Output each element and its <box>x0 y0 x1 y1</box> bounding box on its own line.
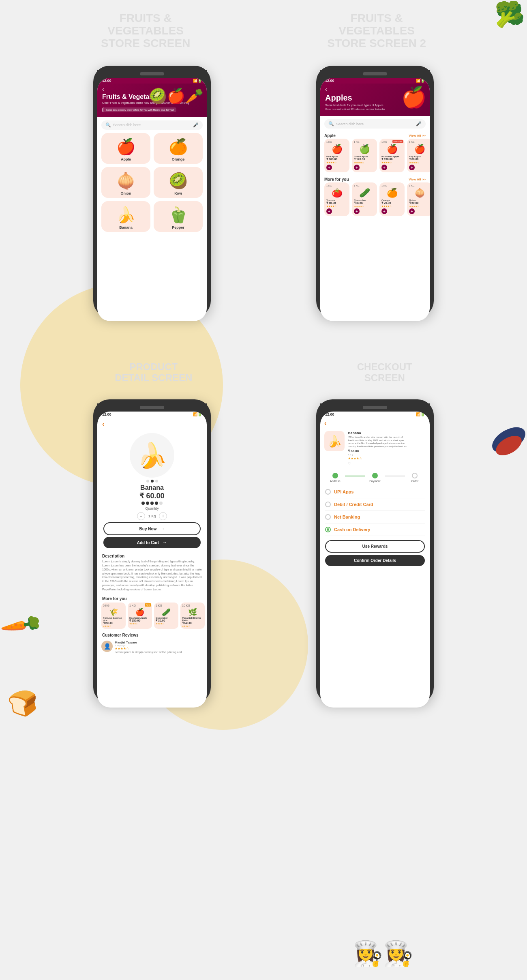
pcm-heart-icon[interactable]: ♡ <box>348 461 413 466</box>
add-kashmiri-apple[interactable]: + <box>381 165 387 170</box>
search-bar-1[interactable]: 🔍 Search dish here 🎤 <box>101 120 203 130</box>
category-banana[interactable]: 🍌 Banana <box>101 201 150 232</box>
description-section: Description Lorem ipsum is simply dummy … <box>97 551 207 594</box>
status-time-2: 12.00 <box>325 79 334 83</box>
search-icon-1: 🔍 <box>105 122 111 128</box>
sc-basmati[interactable]: 5 KG 🌾 Fortune Basmati rice ₹850.00 ★★★★… <box>101 603 126 629</box>
progress-circle-payment <box>372 473 378 478</box>
rd2 <box>146 502 149 505</box>
sc-cucumber[interactable]: 1 KG 🥒 Cucumber ₹ 30.00 ★★★★☆ <box>154 603 178 629</box>
apple-emoji: 🍎 <box>116 138 135 156</box>
category-onion[interactable]: 🧅 Onion <box>101 167 150 198</box>
radio-netbanking[interactable] <box>325 514 331 520</box>
radio-debit[interactable] <box>325 502 331 507</box>
product-price-3: ₹ 60.00 <box>97 491 207 500</box>
product-orange[interactable]: 1 KG 🍊 Orange ₹ 70.00 ★★★★☆ + <box>379 182 405 216</box>
progress-label-payment: Payment <box>369 480 381 482</box>
status-icons-2: 📶🔋 <box>416 79 425 83</box>
add-orange[interactable]: + <box>381 208 387 214</box>
status-time-4: 12.00 <box>325 412 334 416</box>
progress-circle-order <box>412 473 418 478</box>
payment-cod[interactable]: Cash on Delivery <box>325 523 425 536</box>
add-onion[interactable]: + <box>409 208 415 214</box>
new-badge: New <box>145 603 151 607</box>
more-products-3: 5 KG 🌾 Fortune Basmati rice ₹850.00 ★★★★… <box>97 603 207 631</box>
add-cart-arrow: → <box>162 540 167 545</box>
cod-label: Cash on Delivery <box>334 527 370 532</box>
phone3-frame: 12.00 📶🔋 ‹ 🍌 Banana ₹ 60.00 <box>93 399 211 703</box>
section1-right-title: FRUITS &VEGETABLESSTORE SCREEN 2 <box>327 12 426 49</box>
use-rewards-button[interactable]: Use Rewards <box>325 540 425 553</box>
payment-options-list: UPI Apps Debit / Credit Card Net Banking… <box>320 486 430 536</box>
category-apple[interactable]: 🍎 Apple <box>101 133 150 164</box>
payment-upi[interactable]: UPI Apps <box>325 486 425 498</box>
mic-icon-2[interactable]: 🎤 <box>416 121 422 127</box>
best-sale-badge: Best Sale <box>392 140 403 143</box>
apple-products-row: 1 KG 🍎 Red Apple ₹ 100.00 ★★★★☆ + 1 KG 🍏… <box>320 139 430 176</box>
phone1-offer-badge: Some best grocery order offers for you w… <box>102 107 176 112</box>
product-fuji-apple[interactable]: 1 KG 🍎 Fuji Apple ₹ 80.00 ★★★★☆ + <box>407 139 430 172</box>
buy-now-label: Buy Now <box>139 527 157 531</box>
progress-bar: Address Payment Order <box>320 470 430 486</box>
qty-value: 1 Kg <box>148 514 156 518</box>
dot-1[interactable] <box>146 480 149 482</box>
more-view-all[interactable]: View All >> <box>409 178 426 181</box>
dot-2[interactable] <box>151 480 154 482</box>
category-kiwi[interactable]: 🥝 Kiwi <box>154 167 203 198</box>
qty-plus[interactable]: + <box>159 512 167 520</box>
more-products-row: 1 KG 🍅 Tomato ₹ 40.00 ★★★★☆ + 1 KG 🥒 Cuc… <box>320 182 430 219</box>
category-pepper[interactable]: 🫑 Pepper <box>154 201 203 232</box>
pcm-weight: 8.5 g <box>348 453 413 457</box>
product-kashmiri-apple[interactable]: Best Sale 1 KG 🍎 Kashmiri Apple ₹ 150.00… <box>379 139 405 172</box>
add-cucumber[interactable]: + <box>354 208 360 214</box>
characters-illustration: 👩‍🍳👩‍🍳 <box>353 939 413 968</box>
apple-view-all[interactable]: View All >> <box>409 134 426 137</box>
product-image-area: 🍌 <box>97 431 207 480</box>
rd1 <box>141 502 145 505</box>
back-button-3[interactable]: ‹ <box>97 417 207 431</box>
back-button-4[interactable]: ‹ <box>320 417 430 429</box>
dot-3[interactable] <box>155 480 158 482</box>
product-image-circle: 🍌 <box>130 433 174 478</box>
search-placeholder-2: Search dish here <box>336 122 364 126</box>
quantity-label: Quantity <box>145 506 159 510</box>
add-red-apple[interactable]: + <box>326 165 332 170</box>
review-item-1: 👤 Manjiri Taware 5 day ago ★★★★☆ Lorem i… <box>97 639 207 656</box>
pepper-label: Pepper <box>172 225 184 229</box>
mic-icon-1[interactable]: 🎤 <box>193 122 199 128</box>
category-orange[interactable]: 🍊 Orange <box>154 133 203 164</box>
qty-minus[interactable]: − <box>137 512 145 520</box>
buy-now-button[interactable]: Buy Now → <box>103 522 201 535</box>
product-rating-3 <box>97 502 207 505</box>
netbanking-label: Net Banking <box>334 515 360 519</box>
pcm-info: Banana ITC entered branded atta market w… <box>348 431 413 466</box>
product-cucumber[interactable]: 1 KG 🥒 Cucumber ₹ 30.00 ★★★★☆ + <box>352 182 377 216</box>
payment-netbanking[interactable]: Net Banking <box>325 511 425 523</box>
sc-kashmiri[interactable]: New 1 KG 🍎 Kashmiri Apple ₹ 150.00 ★★★★☆ <box>128 603 152 629</box>
buy-now-arrow: → <box>160 526 165 532</box>
product-onion2[interactable]: 1 KG 🧅 Onion ₹ 50.00 ★★★★☆ + <box>407 182 430 216</box>
phone1-frame: 12.00 📶🔋 ‹ Fruits & Vegetables Order Fru… <box>93 66 211 317</box>
radio-upi[interactable] <box>325 489 331 495</box>
add-fuji-apple[interactable]: + <box>409 165 415 170</box>
product-tomato[interactable]: 1 KG 🍅 Tomato ₹ 40.00 ★★★★☆ + <box>324 182 349 216</box>
status-time-3: 12.00 <box>102 412 111 416</box>
sc-pattu[interactable]: 10 KG 🌿 Pasanjali Brown Pattu ₹740.00 ★★… <box>180 603 205 629</box>
product-green-apple[interactable]: 1 KG 🍏 Green Apple ₹ 120.00 ★★★★☆ + <box>352 139 377 172</box>
reviews-title: Customer Reviews <box>97 631 207 639</box>
quantity-controls[interactable]: − 1 Kg + <box>97 512 207 520</box>
search-bar-2[interactable]: 🔍 Search dish here 🎤 <box>324 119 426 129</box>
product-red-apple[interactable]: 1 KG 🍎 Red Apple ₹ 100.00 ★★★★☆ + <box>324 139 349 172</box>
confirm-order-button[interactable]: Confirm Order Details <box>325 555 425 566</box>
status-icons-1: 📶🔋 <box>193 79 202 83</box>
payment-debit[interactable]: Debit / Credit Card <box>325 498 425 511</box>
add-green-apple[interactable]: + <box>354 165 360 170</box>
radio-cod[interactable] <box>325 527 331 532</box>
add-tomato[interactable]: + <box>326 208 332 214</box>
add-to-cart-button[interactable]: Add to Cart → <box>103 537 201 548</box>
section1-left-title: FRUITS &VEGETABLESSTORE SCREEN <box>101 12 190 49</box>
pcm-name: Banana <box>348 431 413 436</box>
pepper-emoji: 🫑 <box>169 206 188 224</box>
progress-line-1 <box>345 476 365 476</box>
pcm-emoji: 🍌 <box>328 435 342 448</box>
